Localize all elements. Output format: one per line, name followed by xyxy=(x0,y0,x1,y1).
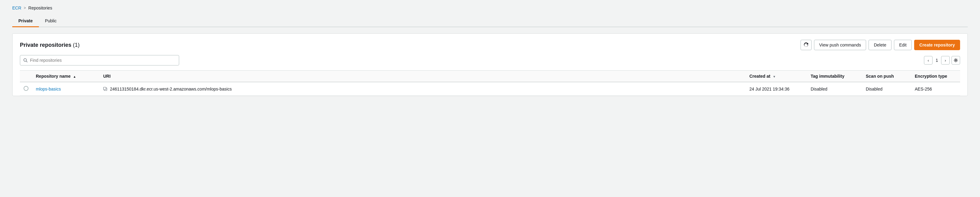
repositories-table: Repository name ▲ URI Created at ▼ Tag i… xyxy=(20,70,960,96)
row-uri-cell: 246113150184.dkr.ecr.us-west-2.amazonaws… xyxy=(100,82,746,96)
col-header-repo-name[interactable]: Repository name ▲ xyxy=(32,71,100,82)
repo-name-link[interactable]: mlops-basics xyxy=(36,87,61,91)
table-header-row: Repository name ▲ URI Created at ▼ Tag i… xyxy=(20,71,960,82)
radio-button[interactable] xyxy=(24,86,29,91)
row-select-cell[interactable] xyxy=(20,82,32,96)
refresh-icon xyxy=(803,43,808,48)
panel-title-text: Private repositories (1) xyxy=(20,42,80,48)
delete-button[interactable]: Delete xyxy=(869,40,891,50)
content-panel: Private repositories (1) View push comma… xyxy=(12,33,968,96)
row-scan-on-push-cell: Disabled xyxy=(862,82,911,96)
panel-title-count: (1) xyxy=(73,42,80,48)
breadcrumb-ecr-link[interactable]: ECR xyxy=(12,5,21,10)
row-created-at-cell: 24 Jul 2021 19:34:36 xyxy=(746,82,807,96)
next-page-button[interactable]: › xyxy=(941,56,950,65)
tab-public[interactable]: Public xyxy=(39,15,63,27)
header-actions: View push commands Delete Edit Create re… xyxy=(800,40,960,50)
create-repository-button[interactable]: Create repository xyxy=(914,40,960,50)
panel-header: Private repositories (1) View push comma… xyxy=(20,40,960,50)
breadcrumb-separator: > xyxy=(24,6,26,10)
col-header-select xyxy=(20,71,32,82)
svg-line-1 xyxy=(26,61,27,62)
svg-point-2 xyxy=(955,60,956,61)
sort-asc-icon: ▲ xyxy=(73,75,76,78)
breadcrumb: ECR > Repositories xyxy=(12,5,968,10)
col-header-created-at[interactable]: Created at ▼ xyxy=(746,71,807,82)
search-input[interactable] xyxy=(30,58,176,63)
search-icon xyxy=(23,58,27,62)
chevron-left-icon: ‹ xyxy=(928,58,929,63)
tab-private[interactable]: Private xyxy=(12,15,39,27)
panel-title: Private repositories (1) xyxy=(20,42,80,48)
sort-desc-icon: ▼ xyxy=(773,75,776,78)
prev-page-button[interactable]: ‹ xyxy=(924,56,932,65)
col-header-uri: URI xyxy=(100,71,746,82)
search-row: ‹ 1 › xyxy=(20,55,960,65)
settings-icon xyxy=(954,58,958,62)
table-settings-button[interactable] xyxy=(951,56,960,65)
uri-container: 246113150184.dkr.ecr.us-west-2.amazonaws… xyxy=(103,87,742,91)
svg-rect-4 xyxy=(103,87,106,90)
refresh-button[interactable] xyxy=(800,40,811,50)
page-wrapper: ECR > Repositories Private Public Privat… xyxy=(0,0,980,197)
edit-button[interactable]: Edit xyxy=(894,40,912,50)
breadcrumb-current: Repositories xyxy=(29,5,52,10)
chevron-right-icon: › xyxy=(945,58,946,63)
view-push-commands-button[interactable]: View push commands xyxy=(814,40,866,50)
copy-icon[interactable] xyxy=(103,87,108,91)
pagination-bar: ‹ 1 › xyxy=(924,56,960,65)
row-tag-immutability-cell: Disabled xyxy=(807,82,862,96)
col-header-tag-immutability: Tag immutability xyxy=(807,71,862,82)
table-row: mlops-basics 246113150184.dkr.ecr.us-wes… xyxy=(20,82,960,96)
row-encryption-type-cell: AES-256 xyxy=(911,82,960,96)
col-header-encryption-type: Encryption type xyxy=(911,71,960,82)
uri-text: 246113150184.dkr.ecr.us-west-2.amazonaws… xyxy=(110,87,232,91)
page-number: 1 xyxy=(934,58,939,63)
search-wrapper xyxy=(20,55,179,65)
tabs-bar: Private Public xyxy=(12,15,968,27)
col-header-scan-on-push: Scan on push xyxy=(862,71,911,82)
row-repo-name-cell: mlops-basics xyxy=(32,82,100,96)
